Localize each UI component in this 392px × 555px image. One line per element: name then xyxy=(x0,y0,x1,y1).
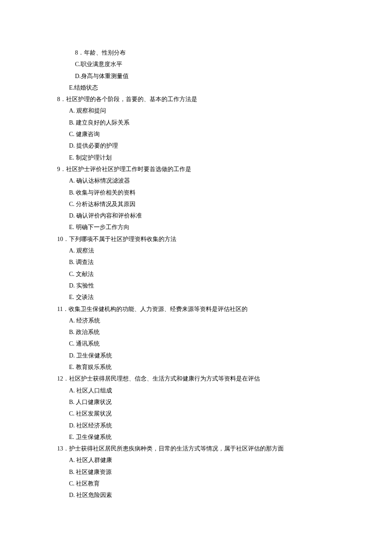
option-text: E. 制定护理计划 xyxy=(69,154,112,161)
question-number: 8 xyxy=(57,96,60,102)
answer-option: C. 社区发展状况 xyxy=(51,408,341,419)
answer-option: D. 实验性 xyxy=(51,280,341,291)
option-text: E. 明确下一步工作方向 xyxy=(69,224,130,230)
option-label: E. xyxy=(69,84,74,91)
option-text: C. 通讯系统 xyxy=(69,340,100,347)
question-stem: 8．社区护理的各个阶段，首要的、基本的工作方法是 xyxy=(51,93,341,105)
option-text: 职业满意度水平 xyxy=(81,61,122,67)
question-stem: 12．社区护士获得居民理想、信念、生活方式和健康行为方式等资料是在评估 xyxy=(51,373,341,384)
answer-option: E. 明确下一步工作方向 xyxy=(51,221,341,233)
option-text: A. 观察和提问 xyxy=(69,108,106,114)
answer-option: C. 社区教育 xyxy=(51,478,341,489)
lead-option: C.职业满意度水平 xyxy=(51,58,341,70)
answer-option: E. 卫生保健系统 xyxy=(51,431,341,443)
answer-option: D. 提供必要的护理 xyxy=(51,140,341,151)
option-text: ．年龄、性别分布 xyxy=(78,49,126,56)
option-text: D. 社区危险因素 xyxy=(69,492,112,498)
option-text: E. 卫生保健系统 xyxy=(69,434,112,440)
option-text: C. 社区教育 xyxy=(69,480,100,487)
option-text: B. 调查法 xyxy=(69,259,94,265)
option-text: D. 卫生保健系统 xyxy=(69,352,112,359)
option-text: 结婚状态 xyxy=(74,84,98,91)
answer-option: B. 政治系统 xyxy=(51,326,341,338)
answer-option: B. 社区健康资源 xyxy=(51,466,341,478)
question-number: 9 xyxy=(57,166,60,172)
option-text: D. 社区经济系统 xyxy=(69,422,112,429)
option-label: C. xyxy=(75,61,81,67)
option-text: E. 交谈法 xyxy=(69,294,94,300)
option-text: B. 人口健康状况 xyxy=(69,399,112,405)
answer-option: E. 交谈法 xyxy=(51,291,341,303)
answer-option: B. 调查法 xyxy=(51,256,341,268)
question-text: ．护士获得社区居民所患疾病种类，日常的生活方式等情况，属于社区评估的那方面 xyxy=(63,445,284,452)
option-text: E. 教育娱乐系统 xyxy=(69,364,112,370)
answer-option: E. 制定护理计划 xyxy=(51,152,341,163)
question-text: ．社区护士评价社区护理工作时要首选做的工作是 xyxy=(60,166,191,172)
option-label: 8 xyxy=(75,49,78,56)
option-text: A. 观察法 xyxy=(69,247,94,254)
answer-option: B. 收集与评价相关的资料 xyxy=(51,187,341,198)
answer-option: C. 分析达标情况及其原因 xyxy=(51,198,341,210)
option-text: C. 健康咨询 xyxy=(69,131,100,137)
option-text: B. 政治系统 xyxy=(69,329,100,335)
answer-option: A. 经济系统 xyxy=(51,315,341,326)
question-stem: 10．下列哪项不属于社区护理资料收集的方法 xyxy=(51,233,341,245)
question-number: 13 xyxy=(57,445,63,452)
answer-option: A. 观察和提问 xyxy=(51,105,341,116)
question-text: ．社区护士获得居民理想、信念、生活方式和健康行为方式等资料是在评估 xyxy=(63,375,260,382)
question-stem: 9．社区护士评价社区护理工作时要首选做的工作是 xyxy=(51,163,341,175)
lead-option: 8．年龄、性别分布 xyxy=(51,47,341,58)
answer-option: D. 社区危险因素 xyxy=(51,489,341,501)
lead-option: E.结婚状态 xyxy=(51,82,341,93)
option-text: D. 确认评价内容和评价标准 xyxy=(69,212,142,219)
answer-option: B. 建立良好的人际关系 xyxy=(51,117,341,128)
questions-block: 8．社区护理的各个阶段，首要的、基本的工作方法是A. 观察和提问B. 建立良好的… xyxy=(51,93,341,501)
answer-option: C. 文献法 xyxy=(51,268,341,280)
answer-option: D. 卫生保健系统 xyxy=(51,350,341,361)
option-text: B. 社区健康资源 xyxy=(69,469,112,475)
answer-option: A. 观察法 xyxy=(51,245,341,256)
option-text: A. 社区人口组成 xyxy=(69,387,112,394)
exam-page: 8．年龄、性别分布C.职业满意度水平D.身高与体重测量值E.结婚状态 8．社区护… xyxy=(0,0,392,527)
question-number: 12 xyxy=(57,375,63,382)
answer-option: D. 社区经济系统 xyxy=(51,420,341,431)
question-stem: 11．收集卫生保健机构的功能、人力资源、经费来源等资料是评估社区的 xyxy=(51,303,341,315)
lead-options-block: 8．年龄、性别分布C.职业满意度水平D.身高与体重测量值E.结婚状态 xyxy=(51,47,341,93)
answer-option: A. 社区人群健康 xyxy=(51,454,341,466)
answer-option: E. 教育娱乐系统 xyxy=(51,361,341,373)
answer-option: A. 确认达标情况滤波器 xyxy=(51,175,341,186)
answer-option: B. 人口健康状况 xyxy=(51,396,341,408)
answer-option: A. 社区人口组成 xyxy=(51,385,341,396)
option-text: D. 提供必要的护理 xyxy=(69,142,118,149)
question-number: 11 xyxy=(57,306,63,312)
question-text: ．收集卫生保健机构的功能、人力资源、经费来源等资料是评估社区的 xyxy=(63,306,248,312)
option-label: D. xyxy=(75,73,81,79)
answer-option: C. 通讯系统 xyxy=(51,338,341,349)
question-text: ．社区护理的各个阶段，首要的、基本的工作方法是 xyxy=(60,96,197,102)
lead-option: D.身高与体重测量值 xyxy=(51,70,341,82)
option-text: 身高与体重测量值 xyxy=(81,73,129,79)
question-number: 10 xyxy=(57,236,63,242)
option-text: C. 分析达标情况及其原因 xyxy=(69,201,135,207)
question-text: ．下列哪项不属于社区护理资料收集的方法 xyxy=(63,236,176,242)
option-text: B. 收集与评价相关的资料 xyxy=(69,189,135,196)
option-text: A. 确认达标情况滤波器 xyxy=(69,177,130,184)
option-text: C. 文献法 xyxy=(69,271,94,277)
answer-option: D. 确认评价内容和评价标准 xyxy=(51,210,341,221)
option-text: A. 社区人群健康 xyxy=(69,457,112,463)
option-text: A. 经济系统 xyxy=(69,317,100,324)
option-text: B. 建立良好的人际关系 xyxy=(69,119,130,126)
option-text: D. 实验性 xyxy=(69,282,94,289)
question-stem: 13．护士获得社区居民所患疾病种类，日常的生活方式等情况，属于社区评估的那方面 xyxy=(51,443,341,454)
answer-option: C. 健康咨询 xyxy=(51,128,341,140)
option-text: C. 社区发展状况 xyxy=(69,410,112,417)
